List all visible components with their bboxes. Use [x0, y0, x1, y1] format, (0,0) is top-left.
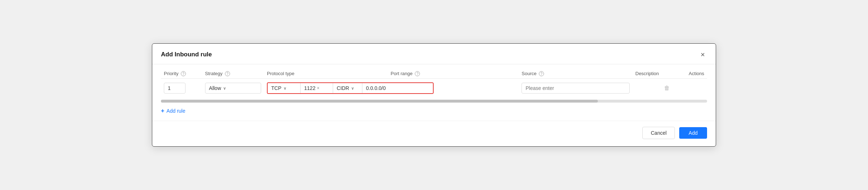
priority-input[interactable] [164, 83, 186, 94]
protocol-select[interactable]: TCP ∨ [268, 83, 300, 93]
port-tag: 1122 × [304, 85, 319, 91]
dialog-title: Add Inbound rule [161, 51, 212, 58]
add-rule-section: + Add rule [152, 103, 716, 118]
protocol-port-source-cell: TCP ∨ 1122 × [264, 79, 519, 98]
horizontal-scrollbar[interactable] [161, 100, 707, 103]
strategy-chevron-icon: ∨ [223, 86, 226, 91]
source-type-chevron-icon: ∨ [351, 86, 354, 91]
priority-cell [161, 79, 202, 98]
dialog-footer: Cancel Add [152, 121, 716, 146]
th-port-range: Port range ? [388, 67, 519, 79]
cancel-button[interactable]: Cancel [642, 127, 675, 139]
strategy-help-icon[interactable]: ? [225, 71, 230, 76]
add-inbound-rule-dialog: Add Inbound rule × Priority ? Strategy ?… [152, 43, 716, 147]
source-type-select[interactable]: CIDR ∨ [333, 83, 362, 93]
source-group: CIDR ∨ [333, 83, 433, 93]
add-rule-button[interactable]: + Add rule [161, 108, 186, 114]
source-help-icon[interactable]: ? [539, 71, 544, 76]
th-strategy: Strategy ? [202, 67, 264, 79]
port-range-help-icon[interactable]: ? [415, 71, 420, 76]
table-row: Allow ∨ TCP ∨ [161, 79, 707, 98]
description-input[interactable] [522, 83, 629, 94]
strategy-cell: Allow ∨ [202, 79, 264, 98]
rules-table: Priority ? Strategy ? Protocol type Port… [161, 67, 707, 98]
close-button[interactable]: × [698, 50, 707, 59]
rules-table-container: Priority ? Strategy ? Protocol type Port… [152, 64, 716, 103]
highlighted-group: TCP ∨ 1122 × [267, 82, 434, 94]
th-priority: Priority ? [161, 67, 202, 79]
delete-rule-button[interactable]: 🗑 [661, 83, 673, 93]
protocol-chevron-icon: ∨ [284, 86, 286, 91]
table-header-row: Priority ? Strategy ? Protocol type Port… [161, 67, 707, 79]
port-tag-remove-icon[interactable]: × [317, 86, 319, 91]
th-source: Source ? [519, 67, 632, 79]
priority-help-icon[interactable]: ? [181, 71, 186, 76]
plus-icon: + [161, 108, 164, 114]
add-button[interactable]: Add [679, 127, 707, 139]
description-cell [519, 79, 632, 98]
th-actions: Actions [676, 67, 707, 79]
port-input-wrap[interactable]: 1122 × [300, 83, 333, 93]
actions-cell: 🗑 [633, 79, 676, 98]
dialog-header: Add Inbound rule × [152, 44, 716, 64]
strategy-select[interactable]: Allow ∨ [205, 83, 261, 94]
cidr-input[interactable] [362, 83, 433, 93]
th-description: Description [633, 67, 676, 79]
th-protocol-type: Protocol type [264, 67, 388, 79]
scrollbar-thumb [161, 100, 598, 103]
